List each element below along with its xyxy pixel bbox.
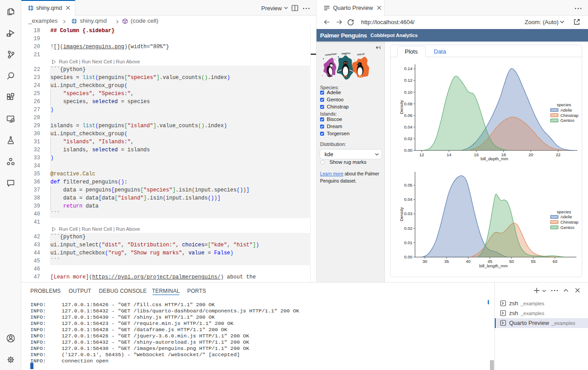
- svg-text:0.12: 0.12: [404, 78, 413, 83]
- svg-text:0.02: 0.02: [404, 136, 413, 141]
- svg-text:0.01: 0.01: [404, 240, 413, 245]
- svg-text:35: 35: [444, 259, 449, 264]
- svg-text:Chinstrap: Chinstrap: [560, 220, 579, 224]
- svg-text:Gentoo: Gentoo: [560, 118, 574, 123]
- svg-text:0.08: 0.08: [404, 101, 413, 106]
- svg-text:GENTOO!: GENTOO!: [341, 52, 351, 55]
- svg-text:Density: Density: [399, 100, 404, 114]
- svg-text:16: 16: [474, 152, 479, 157]
- svg-text:0.10: 0.10: [404, 90, 413, 95]
- svg-text:species: species: [557, 102, 571, 107]
- svg-text:0.14: 0.14: [404, 66, 413, 71]
- svg-text:0.02: 0.02: [404, 226, 413, 231]
- svg-text:Adelie: Adelie: [560, 108, 572, 112]
- svg-text:species: species: [557, 209, 571, 214]
- svg-text:60: 60: [553, 259, 558, 264]
- svg-text:Gentoo: Gentoo: [560, 225, 574, 230]
- svg-text:Density: Density: [399, 207, 404, 221]
- svg-text:CHINSTRAP!: CHINSTRAP!: [325, 53, 337, 56]
- svg-text:50: 50: [509, 259, 514, 264]
- svg-text:0.00: 0.00: [404, 254, 413, 259]
- svg-text:14: 14: [447, 152, 452, 157]
- svg-text:30: 30: [423, 259, 428, 264]
- svg-text:Adelie: Adelie: [560, 214, 572, 219]
- svg-text:bill_depth_mm: bill_depth_mm: [481, 156, 508, 161]
- svg-text:0.04: 0.04: [404, 197, 413, 202]
- svg-text:0.05: 0.05: [404, 183, 413, 187]
- svg-text:20: 20: [529, 152, 534, 157]
- svg-text:0.03: 0.03: [404, 211, 413, 216]
- svg-text:12: 12: [419, 152, 424, 157]
- svg-text:45: 45: [488, 259, 493, 264]
- svg-text:22: 22: [556, 152, 561, 157]
- svg-text:55: 55: [531, 259, 536, 264]
- svg-text:0.06: 0.06: [404, 113, 413, 118]
- svg-text:0.04: 0.04: [404, 125, 413, 129]
- svg-text:ADELIE!: ADELIE!: [357, 53, 365, 56]
- svg-text:Chinstrap: Chinstrap: [560, 113, 579, 118]
- svg-text:40: 40: [466, 259, 471, 264]
- svg-text:bill_length_mm: bill_length_mm: [479, 263, 508, 268]
- svg-text:0.00: 0.00: [404, 148, 413, 153]
